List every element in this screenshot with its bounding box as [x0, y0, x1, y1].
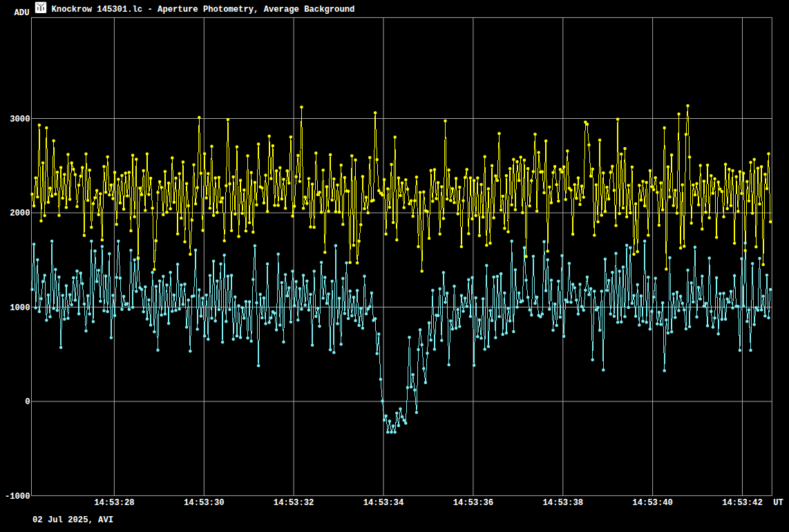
svg-text:14:53:30: 14:53:30: [184, 498, 225, 508]
svg-text:1000: 1000: [10, 303, 30, 313]
svg-text:-1000: -1000: [5, 492, 30, 502]
svg-text:2000: 2000: [10, 209, 30, 218]
svg-text:3000: 3000: [10, 115, 30, 124]
svg-text:14:53:42: 14:53:42: [722, 498, 763, 508]
svg-text:UT: UT: [773, 498, 783, 508]
svg-text:14:53:28: 14:53:28: [94, 498, 135, 508]
svg-text:ADU: ADU: [15, 8, 30, 18]
svg-text:14:53:32: 14:53:32: [274, 498, 314, 508]
svg-text:14:53:40: 14:53:40: [632, 498, 673, 508]
svg-text:14:53:38: 14:53:38: [543, 498, 584, 508]
svg-text:14:53:34: 14:53:34: [363, 498, 404, 508]
svg-text:Knockrow 145301.lc - Aperture: Knockrow 145301.lc - Aperture Photometry…: [52, 5, 355, 15]
svg-text:02 Jul 2025, AVI: 02 Jul 2025, AVI: [32, 515, 113, 525]
svg-text:14:53:36: 14:53:36: [453, 498, 494, 508]
svg-text:0: 0: [25, 397, 30, 407]
